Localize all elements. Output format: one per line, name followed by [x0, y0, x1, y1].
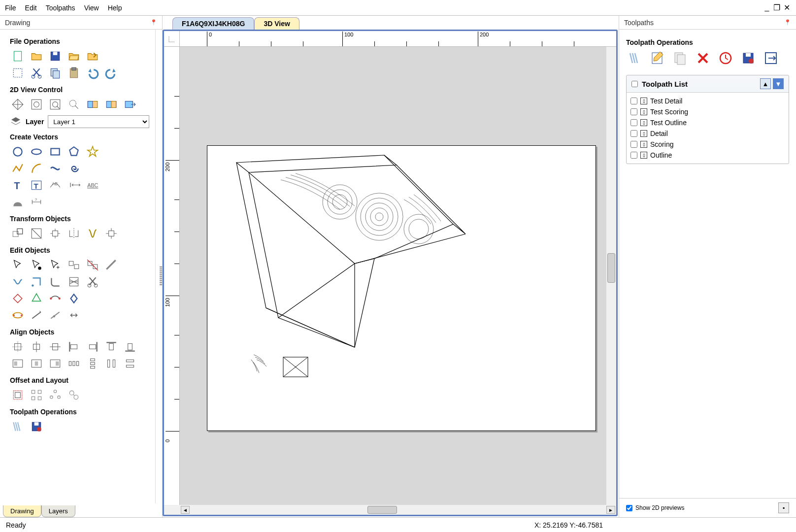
ungroup-icon[interactable] — [85, 257, 100, 273]
view-export-icon[interactable] — [122, 97, 138, 112]
toolpath-preview-icon[interactable] — [10, 419, 26, 434]
vertical-scrollbar[interactable] — [606, 47, 616, 505]
align-center-both-icon[interactable] — [10, 339, 26, 355]
edit-tool-c-icon[interactable] — [47, 291, 63, 306]
cut-icon[interactable] — [29, 65, 44, 81]
tp-save-icon[interactable] — [739, 49, 757, 67]
menu-toolpaths[interactable]: Toolpaths — [46, 4, 75, 12]
drawing-canvas[interactable] — [180, 47, 606, 505]
previews-options-button[interactable]: ▪ — [778, 502, 789, 513]
paste-icon[interactable] — [66, 65, 82, 81]
fillet-icon[interactable] — [47, 274, 63, 290]
trim-icon[interactable] — [85, 274, 100, 290]
splitter-handle[interactable] — [160, 266, 162, 286]
offset-icon[interactable] — [10, 387, 26, 403]
scroll-right-icon[interactable]: ► — [606, 506, 615, 514]
toolpath-item-checkbox[interactable] — [630, 108, 637, 115]
edit-tool-e-icon[interactable] — [10, 307, 26, 323]
show-previews-checkbox[interactable] — [626, 505, 632, 511]
scroll-left-icon[interactable]: ◄ — [181, 506, 190, 514]
toolpath-item-checkbox[interactable] — [630, 119, 637, 126]
group-icon[interactable] — [66, 257, 82, 273]
align-top-icon[interactable] — [103, 339, 119, 355]
menu-help[interactable]: Help — [108, 4, 122, 12]
new-file-icon[interactable] — [10, 48, 26, 64]
toolpath-item-checkbox[interactable] — [630, 141, 637, 148]
tab-3d-view[interactable]: 3D View — [254, 17, 299, 30]
align-left-icon[interactable] — [66, 339, 82, 355]
tp-export-icon[interactable] — [762, 49, 780, 67]
align-inside-left-icon[interactable] — [10, 356, 26, 371]
join-icon[interactable] — [10, 274, 26, 290]
menu-view[interactable]: View — [84, 4, 99, 12]
text-on-curve-icon[interactable]: AB — [47, 177, 63, 193]
maximize-icon[interactable]: ❐ — [772, 3, 781, 12]
tp-delete-icon[interactable] — [694, 49, 712, 67]
dimension-icon[interactable]: ? — [29, 194, 44, 210]
move-down-button[interactable]: ▼ — [773, 78, 784, 89]
zoom-fit-icon[interactable] — [29, 97, 44, 112]
horizontal-scrollbar[interactable]: ◄ ► — [164, 505, 616, 515]
text-tool-icon[interactable]: T — [10, 177, 26, 193]
pan-icon[interactable] — [10, 97, 26, 112]
star-tool-icon[interactable] — [85, 144, 100, 160]
toolpath-item-checkbox[interactable] — [630, 98, 637, 104]
edit-tool-h-icon[interactable] — [66, 307, 82, 323]
space-h-icon[interactable] — [66, 356, 82, 371]
trace-icon[interactable] — [10, 194, 26, 210]
polyline-tool-icon[interactable] — [10, 161, 26, 176]
view-toggle-1-icon[interactable] — [85, 97, 100, 112]
pin-icon[interactable]: 📍 — [150, 19, 157, 26]
move-icon[interactable] — [10, 226, 26, 241]
distribute-v-icon[interactable] — [122, 356, 138, 371]
toolpath-item[interactable]: ▯Outline — [630, 150, 785, 161]
pin-icon[interactable]: 📍 — [784, 19, 791, 26]
redo-icon[interactable] — [103, 65, 119, 81]
toolpath-item-checkbox[interactable] — [630, 130, 637, 137]
minimize-icon[interactable]: _ — [763, 3, 771, 12]
move-up-button[interactable]: ▲ — [760, 78, 771, 89]
tp-profile-icon[interactable] — [626, 49, 644, 67]
layer-select[interactable]: Layer 1 — [48, 115, 149, 128]
text-spacing-icon[interactable]: I⟷I — [66, 177, 82, 193]
text-block-icon[interactable]: T — [29, 177, 44, 193]
tp-recalc-icon[interactable] — [717, 49, 734, 67]
node-edit-icon[interactable] — [29, 257, 44, 273]
circular-array-icon[interactable] — [47, 387, 63, 403]
select-add-icon[interactable]: + — [47, 257, 63, 273]
measure-icon[interactable] — [103, 257, 119, 273]
menu-edit[interactable]: Edit — [25, 4, 37, 12]
import-icon[interactable] — [85, 48, 100, 64]
open-file-icon[interactable] — [29, 48, 44, 64]
toolpath-item[interactable]: ▯Test Detail — [630, 96, 785, 106]
array-icon[interactable] — [29, 387, 44, 403]
align-inside-right-icon[interactable] — [47, 356, 63, 371]
zoom-window-icon[interactable] — [47, 97, 63, 112]
menu-file[interactable]: File — [5, 4, 16, 12]
toolpath-item[interactable]: ▯Test Outline — [630, 117, 785, 128]
polygon-tool-icon[interactable] — [66, 144, 82, 160]
align-h-center-icon[interactable] — [29, 339, 44, 355]
curve-tool-icon[interactable] — [47, 161, 63, 176]
edit-tool-a-icon[interactable] — [10, 291, 26, 306]
close-vector-icon[interactable] — [29, 274, 44, 290]
mirror-icon[interactable] — [66, 226, 82, 241]
edit-tool-d-icon[interactable] — [66, 291, 82, 306]
tp-copy-icon[interactable] — [671, 49, 689, 67]
undo-icon[interactable] — [85, 65, 100, 81]
tp-edit-icon[interactable] — [649, 49, 666, 67]
open-folder-icon[interactable] — [66, 48, 82, 64]
align-inside-center-icon[interactable] — [29, 356, 44, 371]
align-bottom-icon[interactable] — [122, 339, 138, 355]
circle-tool-icon[interactable] — [10, 144, 26, 160]
align-right-icon[interactable] — [85, 339, 100, 355]
space-v-icon[interactable] — [85, 356, 100, 371]
toolpath-item[interactable]: ▯Scoring — [630, 139, 785, 150]
toolpath-list-checkbox[interactable] — [631, 81, 638, 87]
toolpath-item[interactable]: ▯Test Scoring — [630, 106, 785, 117]
align-v-center-icon[interactable] — [47, 339, 63, 355]
toolpath-item-checkbox[interactable] — [630, 152, 637, 159]
close-icon[interactable]: ✕ — [782, 3, 791, 12]
ellipse-tool-icon[interactable] — [29, 144, 44, 160]
text-outline-icon[interactable]: ABC — [85, 177, 100, 193]
